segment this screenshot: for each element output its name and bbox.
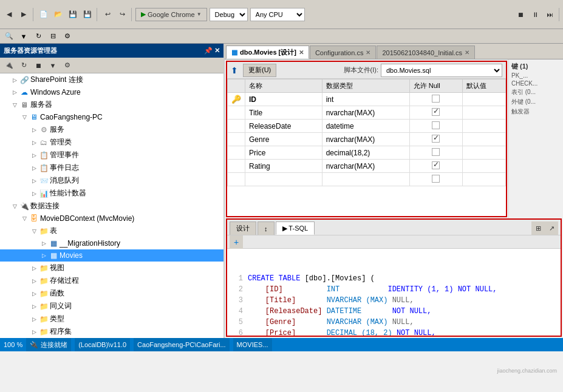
row-null-cell[interactable] — [409, 173, 463, 186]
refresh-btn[interactable]: ↻ — [32, 30, 45, 43]
row-default-cell[interactable] — [463, 146, 506, 160]
tree-item-migration[interactable]: ▷ ▦ __MigrationHistory — [0, 237, 223, 249]
row-name-cell[interactable]: Title — [245, 106, 322, 120]
props-btn[interactable]: ⚙ — [61, 30, 74, 43]
refresh-tree-btn[interactable]: ↻ — [17, 59, 30, 72]
panel-pin-icon[interactable]: 📌 ✕ — [204, 47, 220, 55]
table-row[interactable]: Genrenvarchar(MAX)✓ — [228, 133, 506, 146]
row-null-cell[interactable] — [409, 93, 463, 106]
tab-movies-close-icon[interactable]: ✕ — [299, 49, 304, 56]
tab-movies-design[interactable]: ▦ dbo.Movies [设计] ✕ — [226, 46, 309, 59]
back-btn[interactable]: ◀ — [2, 8, 16, 21]
tree-item-movies[interactable]: ▷ ▦ Movies — [0, 249, 223, 262]
tab-migration-close-icon[interactable]: ✕ — [465, 49, 469, 56]
table-row[interactable]: Titlenvarchar(MAX)✓ — [228, 106, 506, 120]
row-name-cell[interactable]: Price — [245, 146, 322, 160]
tree-item-msgqueue[interactable]: ▷ 📨 消息队列 — [0, 174, 223, 187]
open-btn[interactable]: 📂 — [52, 8, 65, 21]
play-button[interactable]: ▶ Google Chrome ▼ — [135, 8, 207, 21]
script-file-dropdown[interactable]: dbo.Movies.sql — [381, 64, 502, 77]
row-null-cell[interactable] — [409, 146, 463, 160]
tree-item-mgmt[interactable]: ▷ 🗂 管理类 — [0, 136, 223, 149]
null-checkbox[interactable] — [432, 121, 440, 129]
tree-item-moviedb[interactable]: ▽ 🗄 MovieDBContext (MvcMovie) — [0, 212, 223, 225]
row-name-cell[interactable]: ReleaseDate — [245, 120, 322, 133]
save-all-btn[interactable]: 💾 — [81, 8, 94, 21]
row-default-cell[interactable] — [463, 133, 506, 146]
tree-item-tables[interactable]: ▽ 📁 表 — [0, 225, 223, 237]
debug-dropdown[interactable]: Debug — [210, 8, 248, 21]
row-type-cell[interactable]: datetime — [322, 120, 409, 133]
tab-tsql[interactable]: ▶ T-SQL — [276, 221, 315, 235]
tree-props-btn[interactable]: ⚙ — [61, 59, 74, 72]
tree-item-events[interactable]: ▷ 📋 管理事件 — [0, 149, 223, 161]
row-name-cell[interactable]: Rating — [245, 160, 322, 173]
search-btn[interactable]: 🔍 — [2, 30, 16, 43]
cpu-dropdown[interactable]: Any CPU — [250, 8, 305, 21]
row-default-cell[interactable] — [463, 160, 506, 173]
null-checkbox[interactable] — [432, 148, 440, 156]
row-default-cell[interactable] — [463, 106, 506, 120]
row-default-cell[interactable] — [463, 120, 506, 133]
tree-item-servers[interactable]: ▽ 🖥 服务器 — [0, 98, 223, 111]
null-checkbox[interactable] — [432, 175, 440, 183]
filter-btn[interactable]: ▼ — [17, 30, 30, 43]
tab-config-close-icon[interactable]: ✕ — [366, 49, 370, 56]
table-row[interactable]: ReleaseDatedatetime — [228, 120, 506, 133]
debug-btn3[interactable]: ⏭ — [543, 8, 556, 21]
filter-tree-btn[interactable]: ▼ — [46, 59, 60, 72]
tree-item-synonyms[interactable]: ▷ 📁 同义词 — [0, 300, 223, 313]
tree-item-views[interactable]: ▷ 📁 视图 — [0, 262, 223, 274]
debug-btn1[interactable]: ⏹ — [514, 8, 527, 21]
sql-add-btn[interactable]: + — [230, 235, 243, 249]
tree-item-eventlog[interactable]: ▷ 📋 事件日志 — [0, 161, 223, 174]
tab-configuration[interactable]: Configuration.cs ✕ — [310, 46, 377, 59]
tree-item-types[interactable]: ▷ 📁 类型 — [0, 313, 223, 325]
row-type-cell[interactable]: nvarchar(MAX) — [322, 106, 409, 120]
tree-item-perf[interactable]: ▷ 📊 性能计数器 — [0, 187, 223, 200]
table-row[interactable]: Pricedecimal(18,2) — [228, 146, 506, 160]
tree-item-services[interactable]: ▷ ⚙ 服务 — [0, 123, 223, 136]
row-type-cell[interactable]: nvarchar(MAX) — [322, 160, 409, 173]
row-null-cell[interactable]: ✓ — [409, 133, 463, 146]
bottom-toolbar-btn2[interactable]: ↗ — [545, 221, 558, 235]
new-btn[interactable]: 📄 — [37, 8, 50, 21]
table-row[interactable]: 🔑IDint — [228, 93, 506, 106]
tree-item-assemblies[interactable]: ▷ 📁 程序集 — [0, 325, 223, 338]
bottom-toolbar-btn1[interactable]: ⊞ — [531, 221, 545, 235]
row-default-cell[interactable] — [463, 93, 506, 106]
row-name-cell[interactable]: ID — [245, 93, 322, 106]
tab-design[interactable]: 设计 — [230, 221, 256, 235]
tab-separator[interactable]: ↕ — [258, 221, 275, 235]
redo-btn[interactable]: ↪ — [115, 8, 129, 21]
row-name-cell[interactable] — [245, 173, 322, 186]
forward-btn[interactable]: ▶ — [17, 8, 30, 21]
undo-btn[interactable]: ↩ — [101, 8, 114, 21]
null-checkbox[interactable]: ✓ — [432, 135, 440, 143]
row-null-cell[interactable] — [409, 120, 463, 133]
connect-btn[interactable]: 🔌 — [2, 59, 16, 72]
row-type-cell[interactable]: decimal(18,2) — [322, 146, 409, 160]
row-null-cell[interactable]: ✓ — [409, 160, 463, 173]
tree-item-sharepoint[interactable]: ▷ 🔗 SharePoint 连接 — [0, 73, 223, 86]
tree-item-sprocs[interactable]: ▷ 📁 存储过程 — [0, 274, 223, 287]
tab-migration[interactable]: 20150621034840_Initial.cs ✕ — [377, 46, 475, 59]
table-row[interactable]: Ratingnvarchar(MAX)✓ — [228, 160, 506, 173]
row-name-cell[interactable]: Genre — [245, 133, 322, 146]
row-null-cell[interactable]: ✓ — [409, 106, 463, 120]
row-type-cell[interactable]: int — [322, 93, 409, 106]
collapse-btn[interactable]: ⊟ — [46, 30, 60, 43]
stop-refresh-btn[interactable]: ⏹ — [32, 59, 45, 72]
tree-item-functions[interactable]: ▷ 📁 函数 — [0, 287, 223, 300]
null-checkbox[interactable] — [432, 95, 440, 103]
row-type-cell[interactable]: nvarchar(MAX) — [322, 133, 409, 146]
tree-item-caofangsheng[interactable]: ▽ 🖥 CaoFangsheng-PC — [0, 111, 223, 123]
update-button[interactable]: 更新(U) — [243, 64, 276, 77]
save-btn[interactable]: 💾 — [66, 8, 80, 21]
row-type-cell[interactable] — [322, 173, 409, 186]
debug-btn2[interactable]: ⏸ — [528, 8, 542, 21]
tree-item-dbconn[interactable]: ▽ 🔌 数据连接 — [0, 200, 223, 212]
tree-item-azure[interactable]: ▷ ☁ Windows Azure — [0, 86, 223, 98]
sql-editor[interactable]: 1CREATE TABLE [dbo].[Movies] (2 [ID] INT… — [227, 249, 561, 336]
null-checkbox[interactable]: ✓ — [432, 161, 440, 169]
